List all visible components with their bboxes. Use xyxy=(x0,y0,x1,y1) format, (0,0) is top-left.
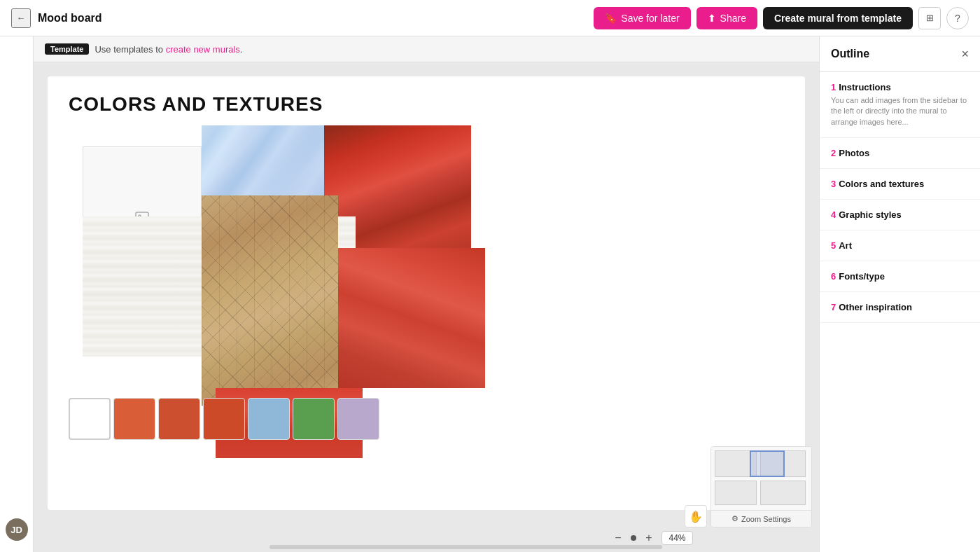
outline-item-fonts[interactable]: 6Fonts/type xyxy=(820,261,980,292)
header-left: ← Mood board xyxy=(11,8,585,28)
swatch-blue xyxy=(248,398,290,440)
zoom-out-button[interactable]: − xyxy=(610,530,626,546)
outline-item-other[interactable]: 7Other inspiration xyxy=(820,292,980,323)
swatch-orange3 xyxy=(203,398,245,440)
left-nav: JD xyxy=(0,36,34,552)
help-button[interactable]: ? xyxy=(946,7,969,29)
help-icon: ? xyxy=(955,13,960,24)
outline-item-title-4: 4Graphic styles xyxy=(831,209,969,220)
outline-title: Outline xyxy=(831,48,869,60)
zoom-level: 44% xyxy=(662,531,693,545)
zoom-settings-button[interactable]: ⚙ Zoom Settings xyxy=(711,510,811,527)
canvas-board: COLORS AND TEXTURES Picture not availabl… xyxy=(48,76,805,510)
minimap-section-3 xyxy=(715,481,757,505)
save-for-later-button[interactable]: 🔖 Save for later xyxy=(594,7,690,29)
gear-icon: ⚙ xyxy=(732,514,738,523)
outline-item-title-7: 7Other inspiration xyxy=(831,302,969,312)
hand-tool-button[interactable]: ✋ xyxy=(685,505,707,527)
outline-item-title-3: 3Colors and textures xyxy=(831,179,969,189)
swatch-white xyxy=(69,398,111,440)
template-banner: Template Use templates to create new mur… xyxy=(34,36,819,62)
outline-item-title-2: 2Photos xyxy=(831,148,969,158)
outline-item-instructions[interactable]: 1Instructions You can add images from th… xyxy=(820,72,980,138)
swatch-green xyxy=(293,398,335,440)
share-icon: ⬆ xyxy=(708,13,716,24)
grid-view-button[interactable]: ⊞ xyxy=(918,7,941,29)
create-new-murals-link[interactable]: create new murals xyxy=(166,44,240,55)
zoom-controls: − + 44% xyxy=(610,530,693,546)
header: ← Mood board 🔖 Save for later ⬆ Share Cr… xyxy=(0,0,980,36)
outline-item-title-5: 5Art xyxy=(831,240,969,251)
section-title: COLORS AND TEXTURES xyxy=(69,93,323,116)
outline-item-title-1: 1Instructions xyxy=(831,82,969,92)
share-button[interactable]: ⬆ Share xyxy=(696,7,757,29)
canvas-area: Template Use templates to create new mur… xyxy=(34,36,819,552)
minimap-canvas xyxy=(711,447,811,510)
outline-item-graphic-styles[interactable]: 4Graphic styles xyxy=(820,200,980,230)
zoom-in-button[interactable]: + xyxy=(640,530,657,546)
color-swatches xyxy=(69,398,379,440)
outline-header: Outline × xyxy=(820,36,980,72)
canvas-content[interactable]: COLORS AND TEXTURES Picture not availabl… xyxy=(34,62,819,552)
outline-item-photos[interactable]: 2Photos xyxy=(820,138,980,169)
red-texture-2 xyxy=(338,248,485,388)
swatch-orange1 xyxy=(113,398,155,440)
outline-item-colors-textures[interactable]: 3Colors and textures xyxy=(820,169,980,200)
cracked-earth-image xyxy=(202,195,338,406)
outline-item-art[interactable]: 5Art xyxy=(820,230,980,261)
create-mural-button[interactable]: Create mural from template xyxy=(763,7,913,29)
zoom-indicator xyxy=(631,535,636,541)
template-badge: Template xyxy=(45,43,89,55)
outline-sidebar: Outline × 1Instructions You can add imag… xyxy=(819,36,980,552)
outline-item-title-6: 6Fonts/type xyxy=(831,271,969,282)
bookmark-icon: 🔖 xyxy=(605,13,617,24)
canvas-scrollbar[interactable] xyxy=(270,545,662,549)
minimap-section-4 xyxy=(760,481,806,505)
minimap-active-viewport xyxy=(750,450,785,477)
close-outline-button[interactable]: × xyxy=(961,48,969,60)
hand-icon: ✋ xyxy=(689,510,703,523)
outline-items-list: 1Instructions You can add images from th… xyxy=(820,72,980,552)
header-actions: 🔖 Save for later ⬆ Share Create mural fr… xyxy=(594,7,969,29)
page-title: Mood board xyxy=(38,12,102,25)
swatch-orange2 xyxy=(158,398,200,440)
swatch-purple xyxy=(337,398,379,440)
template-text: Use templates to create new murals. xyxy=(94,44,242,55)
back-icon: ← xyxy=(16,13,25,23)
cracked-pattern xyxy=(202,195,338,406)
avatar: JD xyxy=(6,518,28,541)
minimap: ⚙ Zoom Settings xyxy=(710,446,812,527)
outline-item-desc-1: You can add images from the sidebar to t… xyxy=(831,95,969,127)
main-layout: JD Template Use templates to create new … xyxy=(0,36,980,552)
grid-icon: ⊞ xyxy=(926,13,934,23)
back-button[interactable]: ← xyxy=(11,8,31,28)
